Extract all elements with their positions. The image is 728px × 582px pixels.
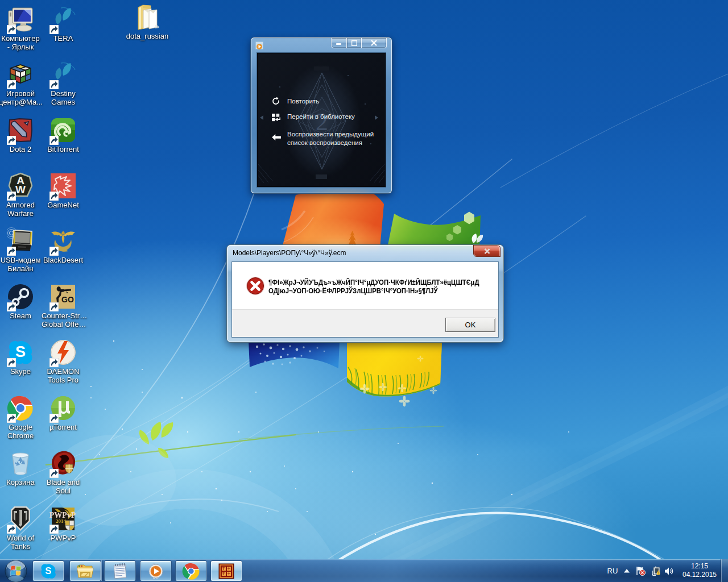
svg-text:W: W xyxy=(15,184,26,196)
svg-text:S: S xyxy=(15,343,26,360)
svg-text:S: S xyxy=(45,566,51,576)
svg-text:2014: 2014 xyxy=(56,518,67,524)
svg-text:GO: GO xyxy=(61,295,74,304)
